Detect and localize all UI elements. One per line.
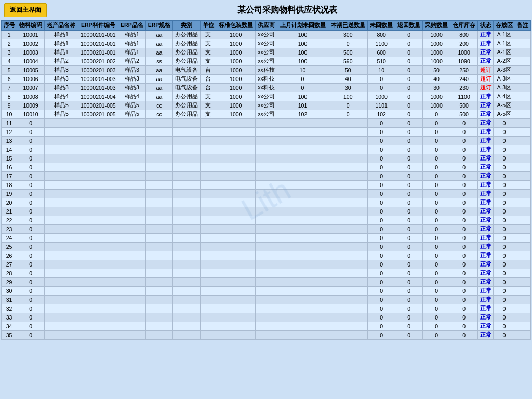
table-cell [277,260,328,269]
table-cell: 0 [395,225,423,234]
table-cell: 样品2 [45,57,78,66]
table-cell: 0 [17,198,45,207]
table-cell: 0 [450,181,478,190]
table-cell [515,190,530,198]
table-cell: 0 [395,234,423,243]
table-cell: 10000201-003 [78,66,118,75]
table-cell [201,278,216,287]
table-cell: 样品3 [118,66,146,75]
table-cell: 0 [450,119,478,128]
table-cell: 0 [395,119,423,128]
table-cell: 1000 [423,31,450,39]
table-cell [515,322,530,331]
table-cell [78,137,118,145]
table-cell [216,313,256,322]
status-badge: 正常 [478,39,494,48]
table-cell: xx公司 [256,48,277,57]
table-row: 1600000正常0 [2,163,531,172]
table-cell: 0 [368,128,395,137]
table-cell [78,198,118,207]
table-cell: 1000 [423,101,450,110]
col-category: 类别 [173,21,201,31]
table-cell: 0 [17,269,45,278]
status-badge: 正常 [478,92,494,101]
table-cell: 101 [277,101,328,110]
table-row: 2700000正常0 [2,260,531,269]
table-cell: 0 [395,137,423,145]
table-cell [515,163,530,172]
table-cell: 100 [277,31,328,39]
table-cell [515,66,530,75]
table-cell [45,145,78,154]
table-cell [256,119,277,128]
table-cell: 支 [201,110,216,119]
table-cell: 10000201-005 [78,101,118,110]
table-cell: 支 [201,39,216,48]
table-row: 1100000正常0 [2,119,531,128]
table-row: 610006样品310000201-003样品3aa电气设备台1000xx科技0… [2,75,531,84]
table-cell [256,269,277,278]
table-cell: 0 [17,251,45,260]
status-badge: 正常 [478,260,494,269]
table-cell [256,207,277,216]
table-cell [277,296,328,304]
table-cell: 33 [2,313,17,322]
table-cell [45,322,78,331]
table-cell [515,57,530,66]
col-current-sent: 本期已送数量 [328,21,368,31]
table-cell: 40 [423,75,450,84]
table-cell: 0 [17,207,45,216]
col-old-name: 老产品名称 [45,21,78,31]
table-cell: 26 [2,251,17,260]
table-cell: 0 [17,260,45,269]
table-cell [201,181,216,190]
table-cell: 0 [423,331,450,340]
table-cell [118,304,146,313]
table-cell: 0 [450,145,478,154]
table-cell [277,243,328,251]
table-cell [216,181,256,190]
table-cell [173,181,201,190]
table-cell [515,287,530,296]
status-badge: 正常 [478,154,494,163]
table-cell: 100 [277,39,328,48]
table-cell: 0 [395,198,423,207]
table-cell: aa [145,84,173,92]
table-cell: 0 [450,269,478,278]
table-cell: 12 [2,128,17,137]
table-cell [256,331,277,340]
table-cell [216,243,256,251]
table-cell: 0 [395,66,423,75]
table-cell [118,269,146,278]
table-cell [145,154,173,163]
table-cell [216,207,256,216]
table-cell [145,145,173,154]
table-cell [145,313,173,322]
table-cell [328,181,368,190]
table-cell [515,145,530,154]
table-cell: 0 [494,313,515,322]
table-cell: 0 [450,190,478,198]
table-cell: 支 [201,101,216,110]
table-row: 2800000正常0 [2,269,531,278]
back-button[interactable]: 返回主界面 [4,3,47,17]
table-cell: 23 [2,225,17,234]
table-cell: 办公用品 [173,31,201,39]
col-remark: 备注 [515,21,530,31]
table-cell: 0 [450,225,478,234]
col-erp-spec: ERP规格 [145,21,173,31]
table-cell: 7 [2,84,17,92]
table-cell: 0 [368,163,395,172]
table-cell [277,322,328,331]
table-cell [78,296,118,304]
table-row: 1800000正常0 [2,181,531,190]
table-cell [118,243,146,251]
table-cell: 支 [201,92,216,101]
col-code: 物料编码 [17,21,45,31]
table-cell: 10000201-001 [78,39,118,48]
status-badge: 正常 [478,269,494,278]
table-cell: 0 [368,145,395,154]
table-cell [145,251,173,260]
table-cell: 0 [423,225,450,234]
table-cell [256,198,277,207]
